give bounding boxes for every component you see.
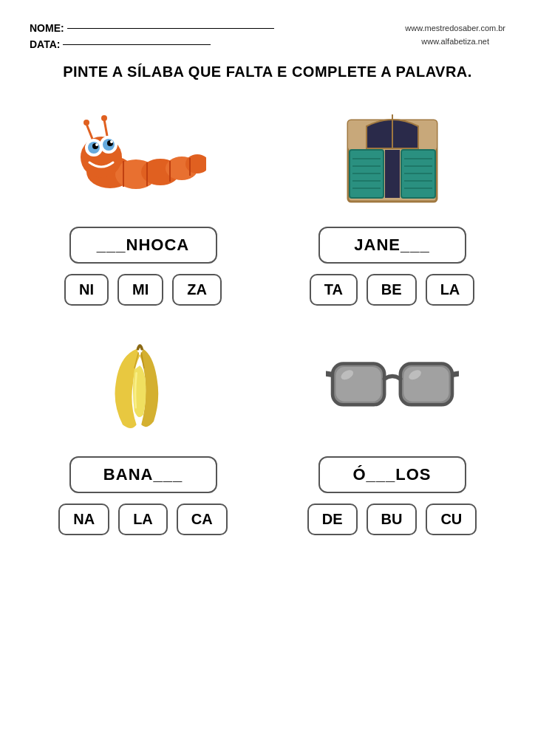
svg-point-19	[84, 120, 89, 126]
nome-label: NOME:	[30, 22, 64, 34]
banana-icon	[95, 335, 191, 439]
glasses-image-area	[326, 328, 459, 446]
syllable-DE[interactable]: DE	[307, 504, 358, 535]
syllable-MI[interactable]: MI	[117, 274, 163, 306]
window-image-area	[326, 98, 459, 216]
svg-rect-37	[385, 150, 400, 198]
window-word-box: JANE___	[318, 227, 466, 264]
syllable-CA[interactable]: CA	[177, 504, 228, 535]
worm-icon	[81, 109, 206, 205]
syllable-BE[interactable]: BE	[367, 274, 417, 306]
syllable-NI[interactable]: NI	[64, 274, 109, 306]
glasses-icon	[326, 350, 459, 424]
svg-rect-45	[403, 367, 449, 402]
banana-word-box: BANA___	[69, 456, 217, 493]
svg-point-16	[95, 143, 98, 146]
svg-line-20	[104, 120, 107, 136]
worm-word-box: ___NHOCA	[69, 227, 217, 264]
data-underline	[63, 44, 211, 45]
syllable-CU[interactable]: CU	[426, 504, 477, 535]
window-word: JANE___	[354, 236, 429, 254]
syllable-NA[interactable]: NA	[58, 504, 109, 535]
svg-rect-43	[335, 367, 381, 402]
glasses-word: Ó___LOS	[352, 465, 431, 484]
exercise-glasses: Ó___LOS DE BU CU	[279, 328, 505, 535]
header-right: www.mestredosaber.com.br www.alfabetiza.…	[405, 22, 505, 48]
website2: www.alfabetiza.net	[405, 35, 505, 49]
exercise-banana: BANA___ NA LA CA	[30, 328, 256, 535]
banana-syllables: NA LA CA	[58, 504, 227, 535]
syllable-LA[interactable]: LA	[426, 274, 475, 306]
syllable-ZA[interactable]: ZA	[172, 274, 222, 306]
svg-line-18	[86, 124, 92, 139]
syllable-BU[interactable]: BU	[367, 504, 418, 535]
header-left: NOME: DATA:	[30, 22, 274, 50]
svg-point-17	[110, 140, 113, 143]
worm-syllables: NI MI ZA	[64, 274, 222, 306]
window-syllables: TA BE LA	[310, 274, 475, 306]
data-label: DATA:	[30, 38, 60, 50]
worm-word: ___NHOCA	[97, 236, 189, 254]
nome-underline	[67, 28, 274, 29]
worm-image-area	[77, 98, 210, 216]
page-title: PINTE A SÍLABA QUE FALTA E COMPLETE A PA…	[30, 63, 505, 80]
glasses-syllables: DE BU CU	[307, 504, 477, 535]
svg-point-21	[101, 115, 107, 121]
syllable-LA[interactable]: LA	[118, 504, 168, 535]
exercise-window: JANE___ TA BE LA	[279, 98, 505, 306]
exercises-grid: ___NHOCA NI MI ZA	[30, 98, 505, 557]
nome-line: NOME:	[30, 22, 274, 34]
window-icon	[341, 106, 444, 209]
data-line: DATA:	[30, 38, 274, 50]
header: NOME: DATA: www.mestredosaber.com.br www…	[30, 22, 505, 50]
exercise-worm: ___NHOCA NI MI ZA	[30, 98, 256, 306]
syllable-TA[interactable]: TA	[310, 274, 358, 306]
banana-word: BANA___	[103, 465, 183, 484]
website1: www.mestredosaber.com.br	[405, 22, 505, 35]
banana-image-area	[77, 328, 210, 446]
page: NOME: DATA: www.mestredosaber.com.br www…	[0, 0, 535, 756]
glasses-word-box: Ó___LOS	[318, 456, 466, 493]
